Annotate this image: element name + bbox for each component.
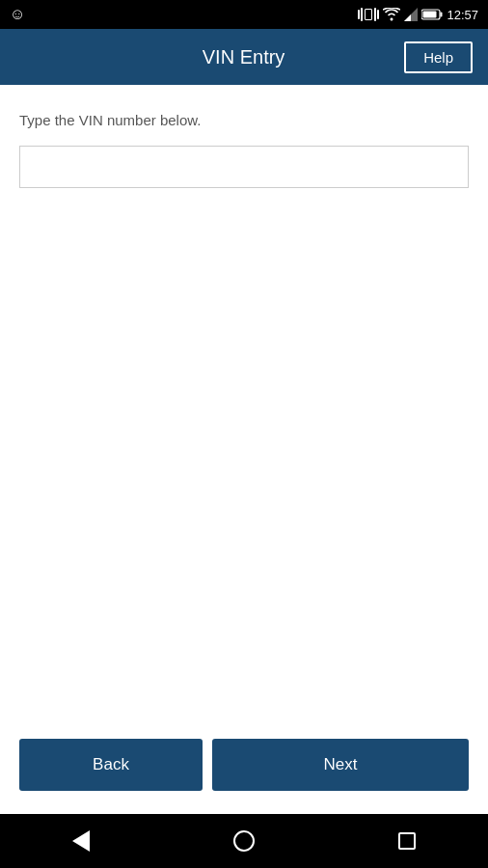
nav-bar xyxy=(0,814,488,868)
vibrate-bar-4 xyxy=(377,10,379,19)
bottom-buttons: Back Next xyxy=(0,739,488,814)
back-button[interactable]: Back xyxy=(19,739,203,791)
status-bar-left: ☺ xyxy=(10,6,25,23)
instruction-text: Type the VIN number below. xyxy=(19,112,469,128)
app-bar: VIN Entry Help xyxy=(0,29,488,85)
vibrate-bar-2 xyxy=(361,8,363,21)
android-icon: ☺ xyxy=(10,6,25,23)
back-nav-button[interactable] xyxy=(60,820,102,862)
vin-input[interactable] xyxy=(19,146,469,188)
recents-nav-button[interactable] xyxy=(386,820,428,862)
back-nav-icon xyxy=(72,830,90,852)
next-button[interactable]: Next xyxy=(212,739,469,791)
home-nav-icon xyxy=(233,830,255,852)
svg-rect-4 xyxy=(423,12,437,18)
home-nav-button[interactable] xyxy=(223,820,265,862)
signal-icon xyxy=(404,8,418,21)
content-spacer xyxy=(19,188,469,719)
status-bar-right: 12:57 xyxy=(358,8,478,22)
svg-rect-3 xyxy=(441,13,443,17)
battery-icon xyxy=(421,9,443,20)
recents-nav-icon xyxy=(398,832,416,850)
main-content: Type the VIN number below. xyxy=(0,85,488,739)
wifi-icon xyxy=(383,8,400,21)
vibrate-bar-3 xyxy=(374,8,376,21)
vibrate-icon xyxy=(358,8,379,21)
status-time: 12:57 xyxy=(447,8,478,22)
help-button[interactable]: Help xyxy=(404,41,473,73)
vibrate-phone xyxy=(365,9,372,20)
vibrate-bar-1 xyxy=(358,10,360,19)
page-title: VIN Entry xyxy=(83,46,404,68)
status-bar: ☺ 12:57 xyxy=(0,0,488,29)
